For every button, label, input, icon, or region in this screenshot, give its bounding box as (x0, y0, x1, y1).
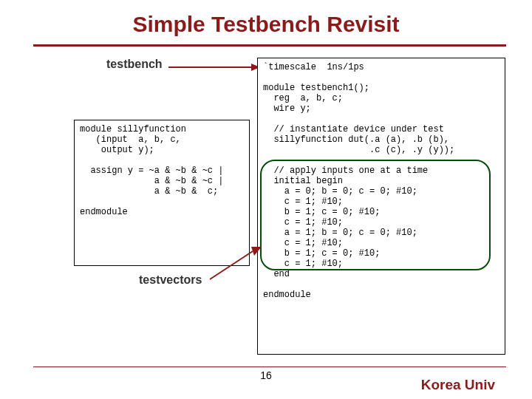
svg-marker-3 (251, 247, 262, 256)
divider-top (33, 44, 506, 47)
code-testbench: `timescale 1ns/1ps module testbench1(); … (257, 58, 505, 355)
page-title: Simple Testbench Revisit (0, 12, 532, 37)
brand-footer: Korea Univ (421, 377, 495, 393)
code-sillyfunction: module sillyfunction (input a, b, c, out… (74, 120, 250, 266)
svg-line-2 (210, 251, 253, 279)
divider-bottom (33, 366, 506, 367)
label-testvectors: testvectors (139, 273, 202, 287)
label-testbench: testbench (106, 58, 163, 71)
